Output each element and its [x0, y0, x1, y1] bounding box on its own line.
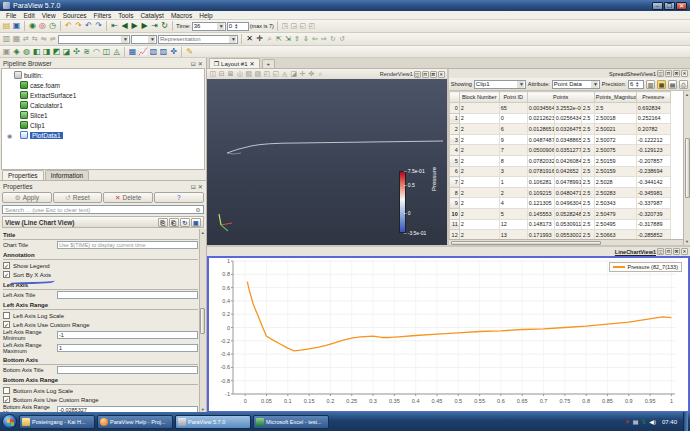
- tray-display-icon[interactable]: ▤: [633, 419, 639, 425]
- menu-filters[interactable]: Filters: [91, 12, 115, 19]
- field-data-icon[interactable]: ▤: [668, 80, 677, 89]
- time-combo[interactable]: 36▼: [192, 22, 226, 31]
- chart-title-input[interactable]: [57, 241, 198, 249]
- tray-volume-icon[interactable]: ◀): [649, 419, 656, 425]
- menu-macros[interactable]: Macros: [168, 12, 195, 19]
- layout-tab[interactable]: ❐ Layout #1 ✕: [209, 58, 260, 68]
- zoom-to-box-icon[interactable]: ⌕: [265, 34, 274, 44]
- table-row[interactable]: 1200.02126230.02564342.52.500180.252164: [449, 113, 670, 124]
- precision-spinner[interactable]: 6▲▼: [628, 80, 644, 89]
- apply-button[interactable]: ⚙Apply: [2, 192, 52, 203]
- rescale-custom-icon[interactable]: ⇋: [40, 34, 48, 44]
- pipeline-item-calculator1[interactable]: Calculator1: [2, 100, 204, 110]
- column-header-index[interactable]: [449, 92, 459, 103]
- spreadsheet-split-h-button[interactable]: ◫: [657, 70, 664, 77]
- help-button[interactable]: ?: [154, 192, 204, 203]
- table-row[interactable]: 02650.003456493.2552e-062.52.50.692834: [449, 103, 670, 114]
- split-horizontal-icon[interactable]: ◫: [209, 69, 217, 79]
- plot-selection-icon[interactable]: ▧: [149, 47, 158, 57]
- reset-button[interactable]: ↺Reset: [53, 192, 103, 203]
- cell-connectivity-icon[interactable]: ▦: [657, 80, 666, 89]
- view-minus-x-icon[interactable]: ⇲: [284, 34, 292, 44]
- render-view-close-button[interactable]: ✕: [438, 71, 445, 78]
- line-chart-split-v-button[interactable]: ⊟: [665, 248, 672, 255]
- last-frame-icon[interactable]: ⇥: [150, 21, 159, 31]
- spreadsheet-close-button[interactable]: ✕: [681, 70, 688, 77]
- table-row[interactable]: 7210.1062810.04789912.52.5028-0.344142: [449, 177, 670, 188]
- pipeline-item-plotdata1[interactable]: ◉PlotData1: [2, 130, 204, 140]
- warp-filter-icon[interactable]: ◠: [92, 47, 101, 57]
- connect-icon[interactable]: ◉: [28, 21, 37, 31]
- chart-legend[interactable]: Pressure (82_7(133): [609, 262, 682, 272]
- clip-filter-icon[interactable]: ◧: [32, 47, 41, 57]
- menu-tools[interactable]: Tools: [115, 12, 136, 19]
- menu-catalyst[interactable]: Catalyst: [137, 12, 166, 19]
- frame-spinner[interactable]: 0▲▼: [227, 22, 249, 31]
- reload-defaults-icon[interactable]: ↻: [180, 218, 190, 227]
- menu-help[interactable]: Help: [196, 12, 215, 19]
- properties-close-icon[interactable]: ✕: [198, 183, 203, 190]
- new-layout-tab[interactable]: +: [262, 59, 276, 68]
- line-chart-canvas[interactable]: -1-0.8-0.6-0.4-0.200.20.40.60.8100.050.1…: [207, 256, 690, 413]
- color-array-combo[interactable]: ▼: [58, 35, 130, 44]
- view-minus-z-icon[interactable]: ⇨: [320, 34, 328, 44]
- camera-undo-icon[interactable]: ↶: [84, 21, 93, 31]
- spreadsheet-hscrollbar[interactable]: [449, 239, 683, 245]
- loop-icon[interactable]: ↻: [160, 21, 169, 31]
- column-header-Pressure[interactable]: Pressure: [636, 92, 670, 103]
- pipeline-item-clip1[interactable]: Clip1: [2, 120, 204, 130]
- column-header-Block Number[interactable]: Block Number: [459, 92, 499, 103]
- select-surface-points-icon[interactable]: ▨: [254, 69, 262, 79]
- color-by-icon[interactable]: ▥: [2, 34, 11, 44]
- select-frustum-points-icon[interactable]: ◱: [272, 69, 280, 79]
- bottom-axis-title-input[interactable]: [57, 366, 198, 374]
- camera-link-icon[interactable]: ◳: [281, 21, 289, 31]
- table-row[interactable]: 8220.1092150.04804712.52.50283-0.345981: [449, 187, 670, 198]
- tab-properties[interactable]: Properties: [2, 170, 44, 180]
- next-frame-icon[interactable]: ▶: [140, 21, 149, 31]
- select-surface-cells-icon[interactable]: ▧: [245, 69, 253, 79]
- rotate-90-cw-icon[interactable]: ↻: [329, 34, 337, 44]
- source-icon[interactable]: ▣: [2, 47, 11, 57]
- pipeline-item-extractsurface1[interactable]: ExtractSurface1: [2, 90, 204, 100]
- menu-file[interactable]: File: [3, 12, 19, 19]
- view-plus-z-icon[interactable]: ⇦: [311, 34, 319, 44]
- line-chart-close-button[interactable]: ✕: [681, 248, 688, 255]
- rescale-range-icon[interactable]: ⇄: [22, 34, 30, 44]
- camera-link2-icon[interactable]: ◲: [290, 21, 298, 31]
- pipeline-close-icon[interactable]: ✕: [198, 60, 203, 67]
- pipeline-item-casefoam[interactable]: case.foam: [2, 80, 204, 90]
- pipeline-float-icon[interactable]: ⊡: [191, 60, 196, 67]
- render-view-split-h-button[interactable]: ◫: [414, 71, 421, 78]
- column-visibility-icon[interactable]: ▥: [646, 80, 655, 89]
- table-row[interactable]: 112120.1481730.05309112.52.50495-0.31788…: [449, 219, 670, 230]
- layout-tab-close-icon[interactable]: ✕: [249, 60, 254, 67]
- spreadsheet-table-wrap[interactable]: Block NumberPoint IDPointsPoints_Magnitu…: [449, 91, 683, 245]
- column-header-Points[interactable]: Points: [527, 92, 594, 103]
- left-max-input[interactable]: [57, 344, 198, 352]
- spreadsheet-view-icon[interactable]: ▦: [128, 47, 137, 57]
- pipeline-item-slice1[interactable]: Slice1: [2, 110, 204, 120]
- glyph-filter-icon[interactable]: ✣: [72, 47, 81, 57]
- histogram-icon[interactable]: ▨: [159, 47, 168, 57]
- threshold-filter-icon[interactable]: ◩: [52, 47, 61, 57]
- column-header-Point ID[interactable]: Point ID: [499, 92, 527, 103]
- save-defaults-icon[interactable]: ▣: [191, 218, 201, 227]
- component-combo[interactable]: ▼: [131, 35, 157, 44]
- minimize-button[interactable]: –: [652, 2, 663, 10]
- start-button[interactable]: [2, 414, 17, 429]
- table-row[interactable]: 6230.07819160.0426522.52.50159-0.238694: [449, 166, 670, 177]
- interactive-select-icon[interactable]: ✛: [299, 69, 307, 79]
- close-button[interactable]: ✕: [676, 2, 687, 10]
- column-header-Points_Magnitude[interactable]: Points_Magnitude: [594, 92, 636, 103]
- previous-frame-icon[interactable]: ◀: [120, 21, 129, 31]
- calculator-filter-icon[interactable]: ◈: [12, 47, 21, 57]
- first-frame-icon[interactable]: ⇤: [110, 21, 119, 31]
- edit-colormap-icon[interactable]: ▦: [12, 34, 21, 44]
- save-data-icon[interactable]: ▣: [12, 21, 21, 31]
- slice-filter-icon[interactable]: ◨: [42, 47, 51, 57]
- pipeline-item-builtin[interactable]: builtin:: [2, 70, 204, 80]
- zoom-closest-icon[interactable]: ⌕: [317, 69, 325, 79]
- table-row[interactable]: 2260.01286510.03264752.52.500210.20782: [449, 124, 670, 135]
- taskbar-item-paraview[interactable]: ParaView Help - Proj...: [97, 415, 173, 429]
